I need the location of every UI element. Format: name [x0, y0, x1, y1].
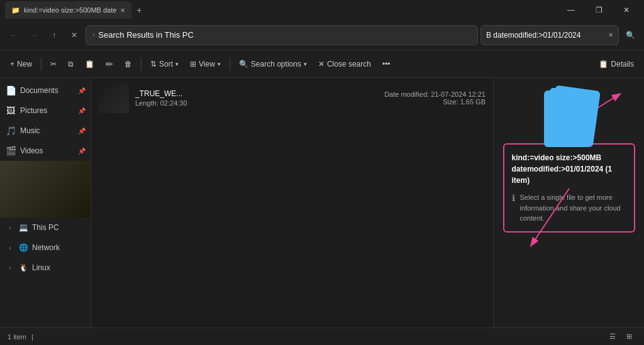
search-clear-icon[interactable]: ✕	[608, 31, 613, 38]
address-bar: ← → ↑ ✕ › Search Results in This PC B da…	[0, 20, 644, 50]
file-details: Date modified: 21-07-2024 12:21 Size: 1.…	[384, 90, 486, 106]
back-button[interactable]: ←	[5, 26, 23, 44]
file-thumbnail	[99, 83, 129, 113]
new-plus-icon: +	[10, 60, 14, 68]
music-pin-icon: 📌	[78, 128, 86, 134]
file-info: _TRUE_WE... Length: 02:24:30	[135, 89, 378, 107]
sort-label: Sort	[159, 60, 173, 68]
tab-area: 📁 kind:=video size:>500MB date ✕ +	[5, 0, 553, 20]
right-panel: kind:=video size:>500MB datemodified:>01…	[493, 78, 644, 327]
delete-button[interactable]: 🗑	[119, 54, 137, 74]
item-count: 1 item	[8, 333, 26, 341]
info-box-text: Select a single file to get more informa…	[520, 192, 626, 224]
sidebar-item-pictures-label: Pictures	[20, 106, 47, 115]
folder-thumbnail	[0, 161, 91, 217]
search-button[interactable]: 🔍	[621, 26, 639, 44]
grid-view-button[interactable]: ⊞	[621, 331, 636, 343]
more-dots-icon: •••	[382, 60, 391, 68]
new-label: New	[17, 60, 32, 68]
search-options-icon: 🔍	[239, 60, 248, 68]
info-box: kind:=video size:>500MB datemodified:>01…	[503, 143, 635, 233]
close-search-button[interactable]: ✕ Close search	[313, 54, 376, 74]
view-chevron-icon: ▾	[218, 61, 221, 67]
title-bar: 📁 kind:=video size:>500MB date ✕ + — ❐ ✕	[0, 0, 644, 20]
pictures-icon: 🖼	[5, 106, 16, 116]
sidebar: 📄 Documents 📌 🖼 Pictures 📌 🎵 Music 📌 🎬 V…	[0, 78, 91, 327]
details-button[interactable]: 📋 Details	[594, 54, 639, 74]
tab-icon: 📁	[11, 6, 20, 14]
sidebar-item-music-label: Music	[20, 126, 40, 135]
info-box-body: ℹ Select a single file to get more infor…	[512, 192, 626, 224]
documents-icon: 📄	[5, 85, 16, 96]
main-layout: 📄 Documents 📌 🖼 Pictures 📌 🎵 Music 📌 🎬 V…	[0, 78, 644, 327]
content-area: _TRUE_WE... Length: 02:24:30 Date modifi…	[91, 78, 493, 327]
this-pc-icon: 💻	[19, 223, 28, 232]
paste-button[interactable]: 📋	[80, 54, 99, 74]
minimize-button[interactable]: —	[558, 0, 584, 20]
music-icon: 🎵	[5, 126, 16, 136]
active-tab[interactable]: 📁 kind:=video size:>500MB date ✕	[5, 1, 131, 19]
delete-icon: 🗑	[125, 60, 132, 68]
sidebar-item-linux-label: Linux	[32, 263, 50, 272]
status-bar: 1 item | ☰ ⊞	[0, 327, 644, 345]
sidebar-section-this-pc[interactable]: › 💻 This PC	[0, 217, 91, 238]
linux-icon: 🐧	[19, 263, 28, 272]
sidebar-item-this-pc-label: This PC	[32, 223, 59, 232]
close-search-label: Close search	[327, 60, 371, 68]
address-input[interactable]: › Search Results in This PC	[86, 25, 478, 45]
cut-button[interactable]: ✂	[45, 54, 62, 74]
folder-icon-stack	[538, 88, 601, 138]
window-controls: — ❐ ✕	[558, 0, 639, 20]
linux-expand-icon: ›	[5, 263, 15, 273]
toolbar-separator-2	[141, 58, 142, 70]
details-icon: 📋	[599, 60, 608, 68]
search-options-button[interactable]: 🔍 Search options ▾	[234, 54, 312, 74]
tab-close-btn[interactable]: ✕	[120, 7, 125, 14]
details-label: Details	[611, 60, 634, 68]
file-length: Length: 02:24:30	[135, 99, 378, 107]
file-name: _TRUE_WE...	[135, 89, 378, 98]
info-box-title: kind:=video size:>500MB datemodified:>01…	[512, 152, 626, 186]
sort-chevron-icon: ▾	[175, 61, 179, 67]
toolbar: + New ✂ ⧉ 📋 ✏ 🗑 ⇅ Sort ▾ ⊞ View ▾ 🔍 Sear…	[0, 50, 644, 78]
view-button[interactable]: ⊞ View ▾	[185, 54, 226, 74]
sidebar-section-linux[interactable]: › 🐧 Linux	[0, 258, 91, 278]
new-tab-button[interactable]: +	[131, 3, 147, 18]
table-row[interactable]: _TRUE_WE... Length: 02:24:30 Date modifi…	[94, 80, 491, 116]
close-x-button[interactable]: ✕	[65, 26, 83, 44]
info-circle-icon: ℹ	[512, 193, 515, 203]
close-search-x-icon: ✕	[318, 60, 325, 68]
sidebar-item-music[interactable]: 🎵 Music 📌	[0, 121, 91, 141]
this-pc-expand-icon: ›	[5, 222, 15, 233]
paste-icon: 📋	[85, 60, 94, 68]
sidebar-item-pictures[interactable]: 🖼 Pictures 📌	[0, 101, 91, 121]
maximize-button[interactable]: ❐	[586, 0, 611, 20]
sidebar-section-network[interactable]: › 🌐 Network	[0, 238, 91, 258]
rename-icon: ✏	[106, 59, 113, 69]
rename-button[interactable]: ✏	[101, 54, 118, 74]
sidebar-item-documents-label: Documents	[20, 86, 58, 95]
search-query-text: B datemodified:>01/01/2024	[486, 31, 604, 40]
close-button[interactable]: ✕	[614, 0, 639, 20]
new-button[interactable]: + New	[5, 54, 37, 74]
chevron-icon: ›	[92, 31, 94, 38]
file-size: Size: 1.65 GB	[384, 98, 486, 106]
cut-icon: ✂	[50, 60, 57, 68]
view-toggle: ☰ ⊞	[605, 331, 636, 343]
sidebar-item-videos[interactable]: 🎬 Videos 📌	[0, 141, 91, 161]
forward-button[interactable]: →	[25, 26, 43, 44]
folder-page-3	[544, 90, 589, 147]
network-icon: 🌐	[19, 243, 28, 252]
copy-button[interactable]: ⧉	[63, 54, 79, 74]
up-button[interactable]: ↑	[45, 26, 63, 44]
sidebar-item-videos-label: Videos	[20, 146, 43, 155]
videos-pin-icon: 📌	[78, 148, 86, 155]
list-view-button[interactable]: ☰	[605, 331, 620, 343]
view-icon: ⊞	[190, 60, 196, 68]
search-bar[interactable]: B datemodified:>01/01/2024 ✕	[480, 25, 619, 45]
sort-button[interactable]: ⇅ Sort ▾	[145, 54, 184, 74]
view-label: View	[199, 60, 215, 68]
pictures-pin-icon: 📌	[78, 107, 86, 114]
sidebar-item-documents[interactable]: 📄 Documents 📌	[0, 80, 91, 101]
more-options-button[interactable]: •••	[377, 54, 396, 74]
